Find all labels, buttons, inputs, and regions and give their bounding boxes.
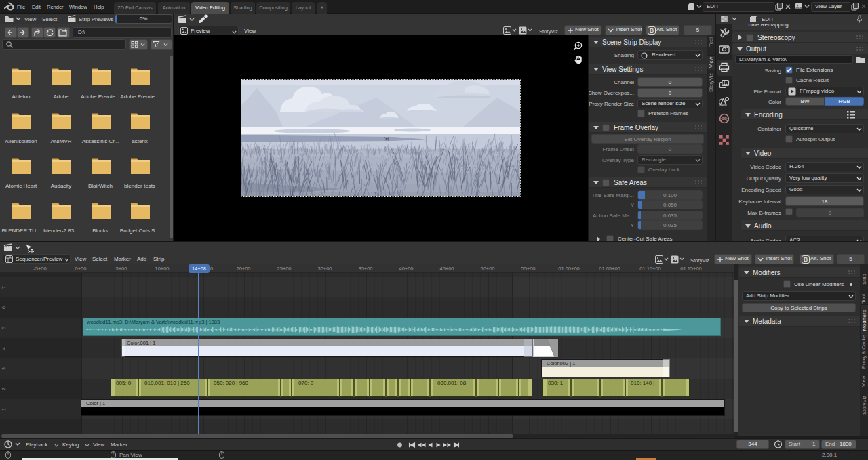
- svg-text:B: B: [804, 256, 808, 263]
- svg-text:B: B: [650, 27, 654, 34]
